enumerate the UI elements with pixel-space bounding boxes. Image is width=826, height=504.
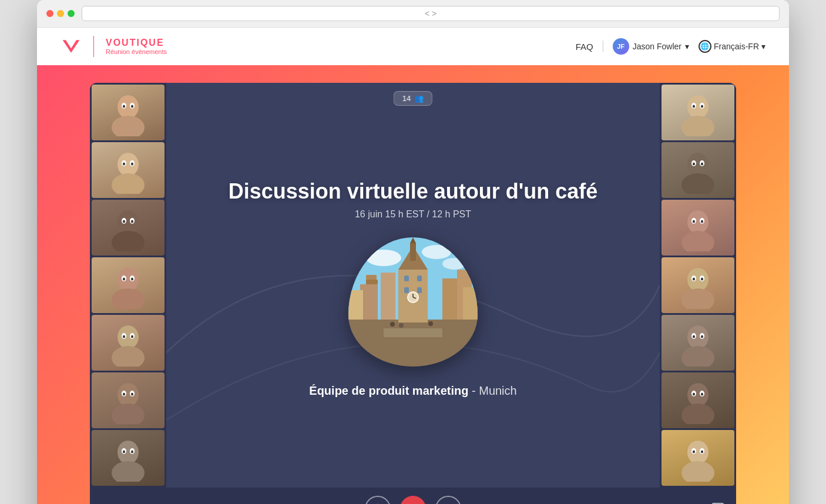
browser-chrome: < > — [37, 0, 789, 28]
svg-point-29 — [123, 335, 125, 338]
end-call-button[interactable] — [400, 496, 426, 504]
faq-link[interactable]: FAQ — [576, 42, 593, 52]
left-participants-column: ‹ — [90, 83, 166, 488]
svg-point-24 — [131, 277, 133, 280]
address-bar[interactable]: < > — [82, 6, 780, 21]
svg-point-69 — [390, 322, 395, 327]
svg-rect-58 — [404, 287, 409, 293]
controls-extra: ⋮ — [693, 502, 724, 504]
svg-point-89 — [701, 220, 703, 223]
participants-count-badge: 14 👥 — [394, 91, 432, 106]
svg-point-113 — [701, 450, 703, 453]
svg-point-84 — [687, 210, 709, 234]
svg-rect-57 — [417, 275, 422, 281]
lang-label: Français-FR — [714, 42, 759, 51]
svg-rect-59 — [417, 287, 422, 293]
close-dot[interactable] — [46, 10, 53, 17]
svg-point-72 — [687, 95, 709, 119]
globe-icon: 🌐 — [699, 40, 711, 53]
nav-arrows: < > — [425, 9, 436, 18]
svg-point-23 — [123, 277, 125, 280]
svg-rect-54 — [410, 243, 416, 261]
svg-point-100 — [693, 335, 695, 338]
controls-bar: ⋮ — [90, 488, 736, 504]
participant-face — [662, 257, 734, 313]
svg-point-97 — [681, 346, 714, 367]
svg-point-30 — [131, 335, 133, 338]
team-location: - Munich — [472, 384, 517, 397]
chat-button[interactable] — [711, 502, 724, 504]
list-item — [662, 372, 734, 428]
presentation-title: Discussion virtuelle autour d'un café — [229, 179, 598, 204]
svg-point-26 — [112, 346, 145, 367]
svg-point-35 — [123, 392, 125, 395]
user-name: Jason Fowler — [633, 42, 681, 51]
svg-point-101 — [701, 335, 703, 338]
svg-point-90 — [687, 268, 709, 291]
svg-point-41 — [123, 450, 125, 453]
participant-face — [92, 430, 164, 486]
language-selector[interactable]: 🌐 Français-FR ▾ — [699, 40, 765, 53]
header-divider — [603, 41, 603, 52]
svg-rect-56 — [404, 275, 409, 281]
list-item — [92, 372, 164, 428]
svg-rect-48 — [381, 273, 395, 320]
svg-point-107 — [701, 392, 703, 395]
list-item — [662, 142, 734, 198]
list-item — [92, 85, 164, 140]
list-item — [662, 200, 734, 256]
svg-point-96 — [687, 325, 709, 349]
main-content: ‹ — [37, 65, 789, 504]
list-item — [662, 85, 734, 140]
participant-face — [92, 200, 164, 256]
participant-face — [662, 142, 734, 198]
svg-point-70 — [399, 323, 404, 328]
svg-point-91 — [681, 288, 714, 309]
svg-point-103 — [681, 404, 714, 424]
svg-point-95 — [701, 277, 703, 280]
svg-point-37 — [117, 441, 139, 464]
minimize-dot[interactable] — [57, 10, 64, 17]
user-menu[interactable]: JF Jason Fowler ▾ — [613, 38, 689, 55]
participant-face — [92, 257, 164, 313]
participant-face — [662, 372, 734, 428]
camera-button[interactable] — [435, 496, 461, 504]
logo-divider — [93, 36, 94, 57]
participant-face — [92, 142, 164, 198]
list-item — [92, 257, 164, 313]
avatar: JF — [613, 38, 629, 55]
maximize-dot[interactable] — [68, 10, 75, 17]
svg-point-31 — [117, 383, 139, 406]
svg-point-76 — [693, 105, 695, 107]
city-bubble — [348, 237, 478, 367]
more-options-button[interactable]: ⋮ — [693, 502, 704, 504]
list-item — [662, 257, 734, 313]
svg-point-71 — [428, 321, 433, 326]
logo-icon — [61, 36, 82, 57]
team-label: Équipe de produit marketing - Munich — [309, 384, 516, 398]
app-container: VOUTIQUE Réunion évènements FAQ JF Jason… — [37, 28, 789, 504]
svg-point-20 — [112, 288, 145, 309]
svg-point-11 — [123, 162, 125, 165]
svg-point-32 — [112, 404, 145, 424]
participant-face — [662, 315, 734, 371]
count-number: 14 — [402, 94, 411, 103]
participants-icon: 👥 — [414, 94, 424, 103]
video-main-area: ‹ — [90, 83, 736, 488]
logo-area: VOUTIQUE Réunion évènements — [61, 36, 167, 57]
svg-point-25 — [117, 325, 139, 349]
svg-point-109 — [681, 461, 714, 482]
mic-button[interactable] — [365, 496, 391, 504]
svg-rect-68 — [384, 328, 442, 337]
svg-point-18 — [131, 220, 133, 223]
svg-point-45 — [422, 245, 451, 259]
svg-point-6 — [131, 105, 133, 107]
list-item — [92, 142, 164, 198]
svg-point-112 — [693, 450, 695, 453]
list-item — [662, 430, 734, 486]
list-item — [92, 200, 164, 256]
header-right: FAQ JF Jason Fowler ▾ 🌐 Français-FR ▾ — [576, 38, 765, 55]
list-item — [92, 430, 164, 486]
svg-point-44 — [366, 250, 401, 266]
lang-chevron: ▾ — [761, 42, 765, 51]
